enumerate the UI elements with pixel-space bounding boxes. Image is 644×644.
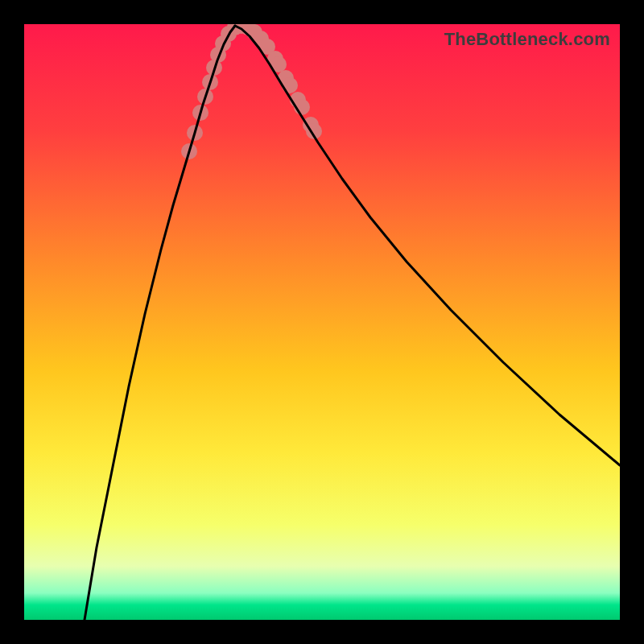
watermark-text: TheBottleneck.com bbox=[444, 29, 610, 50]
plot-area: TheBottleneck.com bbox=[24, 24, 620, 620]
bottleneck-curve bbox=[85, 26, 620, 620]
curve-left-branch bbox=[85, 26, 235, 620]
chart-svg bbox=[24, 24, 620, 620]
dot bbox=[282, 77, 298, 93]
outer-frame: TheBottleneck.com bbox=[0, 0, 644, 644]
highlight-dots bbox=[181, 24, 322, 159]
